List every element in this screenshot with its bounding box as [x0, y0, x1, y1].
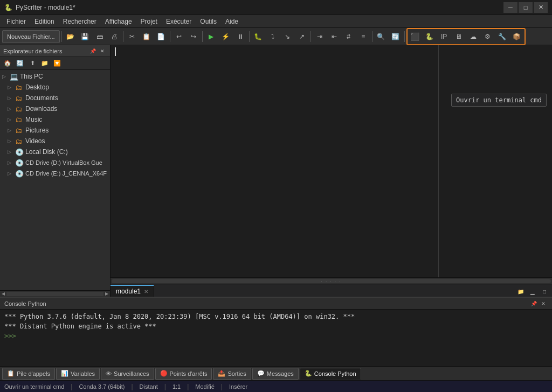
tab-surveillances[interactable]: 👁 Surveillances — [101, 368, 154, 380]
pile-appels-icon: 📋 — [7, 370, 15, 377]
menu-executer[interactable]: Exécuter — [162, 17, 196, 26]
fe-pin-button[interactable]: 📌 — [88, 47, 97, 55]
expand-icon: ▷ — [8, 95, 15, 101]
tab-variables[interactable]: 📊 Variables — [56, 368, 100, 380]
undo-button[interactable]: ↩ — [172, 30, 186, 44]
tab-close-button[interactable]: ✕ — [144, 289, 148, 295]
open-file-button[interactable]: 📂 — [64, 30, 78, 44]
maximize-button[interactable]: □ — [519, 2, 533, 13]
tree-item-downloads[interactable]: ▷ 🗂 Downloads — [0, 103, 110, 114]
tree-item-cddrive-e[interactable]: ▷ 💿 CD Drive (E:) J_CENNA_X64F — [0, 168, 110, 179]
cddrive-e-icon: 💿 — [15, 170, 24, 178]
menu-fichier[interactable]: Fichier — [2, 17, 30, 26]
close-button[interactable]: ✕ — [534, 2, 548, 13]
tree-item-pictures[interactable]: ▷ 🗂 Pictures — [0, 125, 110, 136]
menu-projet[interactable]: Projet — [136, 17, 162, 26]
thispc-icon: 💻 — [10, 73, 18, 81]
tree-item-thispc[interactable]: ▷ 💻 This PC — [0, 71, 110, 82]
pause-button[interactable]: ⏸ — [233, 30, 247, 44]
statusbar-cmd: Ouvrir un terminal cmd — [4, 383, 64, 390]
fe-newfolder-button[interactable]: 📁 — [39, 58, 51, 69]
app-title: PyScrIter - module1* — [16, 4, 75, 11]
step-out-button[interactable]: ↗ — [295, 30, 309, 44]
tab-bar: module1 ✕ 📁 ▁ □ — [111, 284, 552, 297]
indent-button[interactable]: ⇥ — [313, 30, 327, 44]
expand-icon: ▷ — [8, 117, 15, 122]
run-button[interactable]: ▶ — [204, 30, 218, 44]
package-button[interactable]: 📦 — [510, 30, 524, 44]
expand-icon: ▷ — [8, 128, 15, 133]
panel-close-button[interactable]: ✕ — [539, 299, 548, 308]
tree-item-localdisk[interactable]: ▷ 💿 Local Disk (C:) — [0, 146, 110, 157]
tab-pile-appels[interactable]: 📋 Pile d'appels — [2, 368, 55, 380]
fe-up-button[interactable]: ⬆ — [26, 58, 38, 69]
cut-button[interactable]: ✂ — [125, 30, 139, 44]
replace-button[interactable]: 🔄 — [389, 30, 403, 44]
remote-button[interactable]: ☁ — [466, 30, 480, 44]
tab-console-python[interactable]: 🐍 Console Python — [300, 368, 361, 380]
ssh-button[interactable]: 🖥 — [452, 30, 466, 44]
save-all-button[interactable]: 🗃 — [93, 30, 107, 44]
expand-icon: ▷ — [8, 171, 15, 176]
tree-item-documents[interactable]: ▷ 🗂 Documents — [0, 93, 110, 103]
expand-icon: ▷ — [8, 160, 15, 165]
editor-tab-module1[interactable]: module1 ✕ — [111, 285, 154, 297]
editor-content[interactable]: Ouvrir un terminal cmd — [111, 45, 552, 277]
find-button[interactable]: 🔍 — [374, 30, 388, 44]
sorties-label: Sorties — [227, 370, 246, 377]
expand-icon: ▷ — [2, 74, 10, 79]
tab-messages[interactable]: 💬 Messages — [252, 368, 299, 380]
redo-button[interactable]: ↪ — [187, 30, 201, 44]
menubar: Fichier Edition Rechercher Affichage Pro… — [0, 15, 552, 28]
step-over-button[interactable]: ⤵ — [266, 30, 280, 44]
fe-close-button[interactable]: ✕ — [98, 47, 107, 55]
terminal-python-button[interactable]: 🐍 — [423, 30, 437, 44]
tree-item-desktop[interactable]: ▷ 🗂 Desktop — [0, 82, 110, 93]
copy-button[interactable]: 📋 — [140, 30, 154, 44]
run-current-button[interactable]: ⚡ — [219, 30, 233, 44]
terminal-ipython-button[interactable]: IP — [437, 30, 451, 44]
unindent-button[interactable]: ⇤ — [327, 30, 341, 44]
minimize-button[interactable]: ─ — [503, 2, 518, 13]
fe-filter-button[interactable]: 🔽 — [51, 58, 63, 69]
engine-button[interactable]: ⚙ — [481, 30, 495, 44]
debug-button[interactable]: 🐛 — [251, 30, 265, 44]
toolbar-separator-6 — [310, 31, 311, 42]
save-button[interactable]: 💾 — [78, 30, 92, 44]
tab-points-arrets[interactable]: 🔴 Points d'arrêts — [155, 368, 212, 380]
format-button[interactable]: ≡ — [356, 30, 370, 44]
tab-maximize-button[interactable]: □ — [539, 286, 550, 297]
tab-folder-button[interactable]: 📁 — [515, 286, 526, 297]
menu-rechercher[interactable]: Rechercher — [59, 17, 101, 26]
new-file-button[interactable]: Nouveau Fichier... — [2, 30, 60, 43]
fe-home-button[interactable]: 🏠 — [2, 58, 13, 69]
statusbar-sep1: | — [71, 383, 72, 390]
paste-button[interactable]: 📄 — [154, 30, 168, 44]
comment-button[interactable]: # — [342, 30, 356, 44]
scroll-left-button[interactable]: ◀ — [0, 291, 6, 297]
print-button[interactable]: 🖨 — [107, 30, 121, 44]
console-text-2: *** Distant Python engine is active *** — [4, 323, 156, 330]
tree-item-videos[interactable]: ▷ 🗂 Videos — [0, 136, 110, 146]
menu-edition[interactable]: Edition — [30, 17, 59, 26]
panel-pin-button[interactable]: 📌 — [529, 299, 538, 308]
tab-sorties[interactable]: 📤 Sorties — [213, 368, 251, 380]
pictures-icon: 🗂 — [15, 127, 24, 135]
config-button[interactable]: 🔧 — [495, 30, 509, 44]
localdisk-label: Local Disk (C:) — [25, 148, 68, 156]
step-in-button[interactable]: ↘ — [280, 30, 294, 44]
hscroll-track[interactable]: · · · · · — [112, 279, 551, 283]
scroll-track[interactable] — [6, 292, 104, 296]
cursor-line — [115, 47, 548, 56]
tab-right-buttons: 📁 ▁ □ — [515, 286, 552, 297]
terminal-cmd-button[interactable]: ⬛ — [408, 30, 422, 44]
tree-item-music[interactable]: ▷ 🗂 Music — [0, 114, 110, 125]
menu-affichage[interactable]: Affichage — [101, 17, 136, 26]
fe-refresh-button[interactable]: 🔄 — [14, 58, 26, 69]
bottom-tabs: 📋 Pile d'appels 📊 Variables 👁 Surveillan… — [0, 366, 552, 380]
scroll-right-button[interactable]: ▶ — [104, 291, 110, 297]
tab-minimize-button[interactable]: ▁ — [527, 286, 538, 297]
menu-aide[interactable]: Aide — [221, 17, 243, 26]
tree-item-cddrive-d[interactable]: ▷ 💿 CD Drive (D:) VirtualBox Gue — [0, 157, 110, 168]
menu-outils[interactable]: Outils — [196, 17, 221, 26]
